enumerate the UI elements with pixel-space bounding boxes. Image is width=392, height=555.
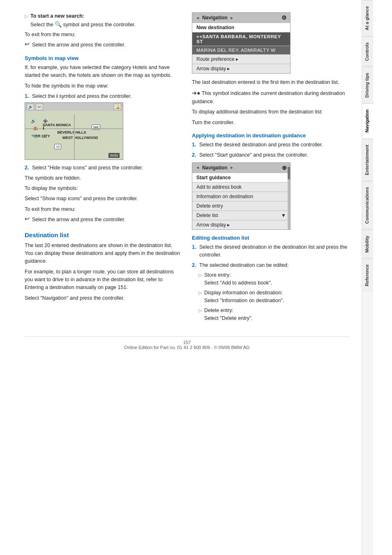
map-inner: 🔊 ↩ 🔔 SANTA MONICA BEVERLY HILLS VER CIT… xyxy=(25,103,123,160)
map-icon-i: ℹ xyxy=(43,126,44,130)
nav-box-2-title: Navigation xyxy=(202,165,227,171)
editing-step1: 1. Select the desired destination in the… xyxy=(192,243,349,259)
editing-step2: 2. The selected destination can be edite… xyxy=(192,261,349,269)
page-number: 157 xyxy=(183,340,191,345)
symbols-show-note: Select "Show map icons" and press the co… xyxy=(25,195,182,203)
new-search-heading: To start a new search: xyxy=(30,13,84,19)
dest-list-body3: Select "Navigation" and press the contro… xyxy=(25,294,182,302)
new-search-body: Select the 🔍 symbol and press the contro… xyxy=(30,22,136,28)
sidebar-tab-reference[interactable]: Reference xyxy=(362,258,373,292)
dest-list-body1: The last 20 entered destinations are sho… xyxy=(25,242,182,266)
nav-box-1-item-3[interactable]: Route preference ▸ xyxy=(192,54,290,64)
sidebar-tab-at-a-glance[interactable]: At a glance xyxy=(362,0,373,36)
map-icon-4: 🔧 xyxy=(31,134,36,139)
new-search-text: To start a new search: Select the 🔍 symb… xyxy=(30,12,136,29)
map-icon-3: 🏨 xyxy=(33,126,38,130)
symbols-body1: If, for example, you have selected the c… xyxy=(25,64,182,80)
editing-option-1: ▷ Display information on destination: Se… xyxy=(198,289,349,305)
sidebar-tab-navigation[interactable]: Navigation xyxy=(362,103,373,138)
exit-menu-text: Select the arrow and press the controlle… xyxy=(32,41,125,49)
nav-box-2-item-0[interactable]: Start guidance xyxy=(192,173,290,182)
nav-box-1-header: ◄ Navigation ► ⚙ xyxy=(192,13,290,23)
step1-num: 1. xyxy=(25,92,30,100)
nav-box-2-settings-icon: ⊕ xyxy=(282,164,287,171)
left-column: ▷ To start a new search: Select the 🔍 sy… xyxy=(25,12,182,324)
back-arrow-icon: ↩ xyxy=(25,41,30,47)
editing-option-2-arrow: ▷ xyxy=(198,307,202,323)
bullet-arrow-icon: ▷ xyxy=(25,13,28,29)
map-image: 🔊 ↩ 🔔 SANTA MONICA BEVERLY HILLS VER CIT… xyxy=(25,102,123,160)
nav-box-1-item-4[interactable]: Arrow display ▸ xyxy=(192,64,290,73)
exit-menu-label: To exit from the menu: xyxy=(25,31,182,39)
symbols-exit-text: Select the arrow and press the controlle… xyxy=(32,216,125,224)
dest-list-body2: For example, to plan a longer route, you… xyxy=(25,268,182,292)
footer-text: Online Edition for Part no. 01 41 2 600 … xyxy=(124,345,249,350)
step2-item: 2. Select "Hide map icons" and press the… xyxy=(25,164,182,172)
editing-step2-num: 2. xyxy=(192,261,198,269)
nav2-right-arrow-icon: ► xyxy=(230,165,234,170)
nav-left-arrow-icon: ◄ xyxy=(196,16,200,20)
new-search-bullet: ▷ To start a new search: Select the 🔍 sy… xyxy=(25,12,182,29)
sidebar-tab-entertainment[interactable]: Entertainment xyxy=(362,139,373,181)
dest-list-heading: Destination list xyxy=(25,231,182,238)
map-toolbar-icon-3[interactable]: 🔔 xyxy=(114,104,121,110)
nav-box-2-item-1[interactable]: Add to address book xyxy=(192,182,290,192)
back-arrow-icon2: ↩ xyxy=(25,216,30,222)
nav-box-1-item-1[interactable]: ++SANTA BARBARA, MONTERREY ST xyxy=(192,32,290,46)
editing-option-1-arrow: ▷ xyxy=(198,289,202,305)
dest-list-line1: The last destination entered is the firs… xyxy=(192,79,349,86)
editing-heading: Editing destination list xyxy=(192,235,349,241)
map-icon-2: ➕ xyxy=(43,119,48,123)
symbols-hidden-note: The symbols are hidden. xyxy=(25,174,182,182)
map-road-10: 10 xyxy=(54,144,61,149)
two-col-top: ▷ To start a new search: Select the 🔍 sy… xyxy=(25,12,349,324)
map-toolbar-icon-2[interactable]: ↩ xyxy=(36,104,43,110)
scrollbar xyxy=(288,163,290,229)
map-scale-badge: 5mls xyxy=(108,153,120,158)
nav-box-2-item-4-label: Delete list xyxy=(196,213,218,218)
display-more-instruction: Turn the controller. xyxy=(192,119,349,127)
sidebar-tab-mobility[interactable]: Mobility xyxy=(362,229,373,259)
nav-box-1-title: Navigation xyxy=(202,15,227,21)
applying-step1: 1. Select the desired destination and pr… xyxy=(192,141,349,149)
map-toolbar-icon-1[interactable]: 🔊 xyxy=(27,104,34,110)
right-column: ◄ Navigation ► ⚙ New destination ++SANTA… xyxy=(192,12,349,324)
nav-box-2: ◄ Navigation ► ⊕ Start guidance Add to a… xyxy=(192,162,291,230)
sidebar-tab-communications[interactable]: Communications xyxy=(362,181,373,229)
applying-heading: Applying destination in destination guid… xyxy=(192,132,349,139)
nav-box-1-item-2[interactable]: MARINA DEL REY, ADMIRALTY W xyxy=(192,46,290,54)
nav-box-2-item-5[interactable]: Arrow display ▸ xyxy=(192,220,290,229)
dest-symbol-note: ➔● This symbol indicates the current des… xyxy=(192,89,349,106)
nav-right-arrow-icon: ► xyxy=(230,16,234,20)
nav2-left-arrow-icon: ◄ xyxy=(196,165,200,170)
map-icon-1: 🔊 xyxy=(31,119,36,123)
editing-option-0-text: Store entry: Select "Add to address book… xyxy=(204,271,272,287)
applying-step2-num: 2. xyxy=(192,151,198,159)
editing-option-0-arrow: ▷ xyxy=(198,272,202,287)
map-icon-5: ⚠ xyxy=(43,134,46,139)
map-label-west-hollywood: WEST HOLLYWOOD xyxy=(62,136,98,140)
editing-option-1-text: Display information on destination: Sele… xyxy=(204,289,284,305)
sidebar-tab-controls[interactable]: Controls xyxy=(362,36,373,67)
dest-symbol-icon: ➔● xyxy=(192,90,200,96)
nav-box-2-item-4[interactable]: Delete list ▼ xyxy=(192,210,290,220)
map-label-beverly-hills: BEVERLY HILLS xyxy=(58,130,86,134)
editing-option-0: ▷ Store entry: Select "Add to address bo… xyxy=(198,271,349,287)
nav-box-2-header: ◄ Navigation ► ⊕ xyxy=(192,163,290,173)
nav-box-1: ◄ Navigation ► ⚙ New destination ++SANTA… xyxy=(192,12,291,74)
nav-box-2-item-2[interactable]: Information on destination xyxy=(192,192,290,201)
exit-menu-instruction: ↩ Select the arrow and press the control… xyxy=(25,41,182,49)
map-label-santa-monica: SANTA MONICA xyxy=(43,123,71,127)
symbols-exit-label: To exit from the menu: xyxy=(25,206,182,213)
nav-box-1-item-0[interactable]: New destination xyxy=(192,23,290,32)
symbols-body2: To hide the symbols in the map view: xyxy=(25,82,182,90)
step1-text: Select the i symbol and press the contro… xyxy=(32,92,132,100)
step2-num: 2. xyxy=(25,164,30,172)
map-road-v xyxy=(74,114,75,160)
symbols-heading: Symbols in map view xyxy=(25,55,182,61)
nav-box-2-item-3[interactable]: Delete entry xyxy=(192,201,290,210)
sidebar-tab-driving-tips[interactable]: Driving tips xyxy=(362,67,373,104)
page-wrapper: ▷ To start a new search: Select the 🔍 sy… xyxy=(0,0,392,555)
editing-step1-text: Select the desired destination in the de… xyxy=(199,243,349,259)
editing-step2-label: The selected destination can be edited: xyxy=(199,261,289,269)
